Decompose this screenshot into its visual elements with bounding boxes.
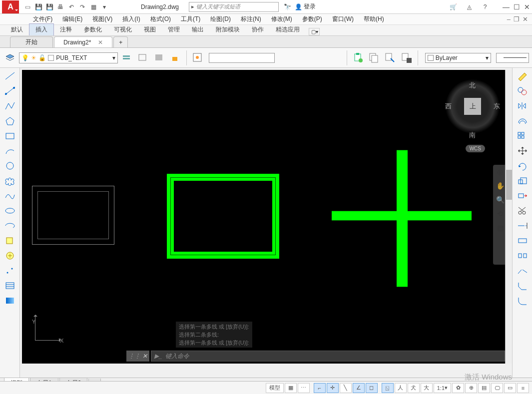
rotate-icon[interactable] — [516, 160, 530, 172]
ribbon-tab-param[interactable]: 参数化 — [78, 24, 108, 35]
view-cube[interactable]: 上 北 南 西 东 — [445, 79, 500, 134]
rectangle-icon[interactable] — [3, 130, 17, 142]
viewcube-north[interactable]: 北 — [469, 81, 476, 90]
gradient-icon[interactable] — [3, 295, 17, 307]
insert-block-icon[interactable] — [3, 235, 17, 247]
sb-qp-icon[interactable]: 大 — [421, 383, 433, 393]
menu-format[interactable]: 格式(O) — [145, 14, 176, 24]
color-dropdown[interactable]: ByLayer▾ — [425, 53, 491, 63]
spline-icon[interactable] — [3, 190, 17, 202]
sb-grid-icon[interactable]: ▦ — [285, 383, 297, 393]
ribbon-tab-featured[interactable]: 精选应用 — [270, 24, 306, 35]
search-input[interactable]: 键入关键字或短语 — [189, 2, 279, 12]
viewcube-west[interactable]: 西 — [445, 102, 452, 111]
login-link[interactable]: 登录 — [304, 2, 316, 11]
stretch-icon[interactable] — [516, 190, 530, 202]
sb-clean-icon[interactable]: ▭ — [504, 383, 516, 393]
sb-scale[interactable]: 1:1▾ — [434, 383, 451, 393]
ribbon-overflow-icon[interactable]: ▢▾ — [309, 28, 320, 35]
undo-icon[interactable]: ↶ — [67, 2, 76, 11]
paste-icon[interactable] — [351, 50, 365, 65]
print-icon[interactable]: 🖶 — [56, 2, 65, 11]
trim-icon[interactable] — [516, 205, 530, 217]
menu-param[interactable]: 参数(P) — [297, 14, 327, 24]
mdi-restore-icon[interactable]: ❐ — [514, 15, 520, 23]
steering-wheel-icon[interactable]: ◎ — [497, 168, 503, 176]
save-icon[interactable]: 💾 — [34, 2, 43, 11]
menu-draw[interactable]: 绘图(D) — [205, 14, 236, 24]
break-icon[interactable] — [516, 235, 530, 247]
sb-model[interactable]: 模型 — [266, 383, 284, 393]
polygon-icon[interactable] — [3, 115, 17, 127]
orbit-icon[interactable]: ⟲ — [497, 210, 503, 218]
sb-osnap-icon[interactable]: ∠ — [353, 383, 365, 393]
copy-modify-icon[interactable] — [516, 85, 530, 97]
sb-custom-icon[interactable]: ≡ — [517, 383, 529, 393]
doc-tab-start[interactable]: 开始 — [10, 36, 53, 47]
arc-icon[interactable] — [3, 145, 17, 157]
sb-monitor-icon[interactable]: 🖵 — [491, 383, 503, 393]
sb-lwt-icon[interactable]: 人 — [395, 383, 407, 393]
ribbon-tab-insert[interactable]: 插入 — [29, 23, 54, 35]
layer-off-icon[interactable] — [152, 50, 166, 65]
command-line[interactable]: ⋮⋮✕ ▶_ 键入命令 — [151, 351, 505, 362]
scale-icon[interactable] — [516, 175, 530, 187]
doc-tab-current[interactable]: Drawing2*✕ — [54, 36, 112, 47]
save-block-icon[interactable] — [400, 50, 414, 65]
ribbon-tab-collab[interactable]: 协作 — [246, 24, 270, 35]
pencil-icon[interactable] — [516, 70, 530, 82]
viewcube-south[interactable]: 南 — [469, 131, 476, 140]
sb-ortho-icon[interactable]: ⌐ — [314, 383, 326, 393]
mirror-icon[interactable] — [516, 100, 530, 112]
cart-icon[interactable]: 🛒 — [449, 2, 458, 11]
point-icon[interactable] — [3, 265, 17, 277]
move-icon[interactable] — [516, 145, 530, 157]
sb-snap-icon[interactable]: ⋯ — [298, 383, 310, 393]
zoom-icon[interactable]: 🔍 — [496, 196, 505, 204]
redo-icon[interactable]: ↷ — [78, 2, 87, 11]
layer-iso-icon[interactable] — [136, 50, 150, 65]
wcs-badge[interactable]: WCS — [466, 145, 485, 152]
sb-otrack-icon[interactable]: ◻ — [366, 383, 378, 393]
hatch-icon[interactable] — [3, 280, 17, 292]
app-logo[interactable]: A — [2, 0, 19, 13]
copy-icon[interactable] — [367, 50, 381, 65]
cmd-handle-icon[interactable]: ⋮⋮✕ — [126, 351, 149, 362]
sb-anno-icon[interactable]: ⊕ — [465, 383, 477, 393]
more-icon[interactable]: ▾ — [100, 2, 109, 11]
lineweight-dropdown[interactable] — [496, 53, 529, 63]
binoculars-icon[interactable]: 🔭 — [283, 2, 292, 11]
sb-polar-icon[interactable]: ✛ — [327, 383, 339, 393]
share-icon[interactable]: ◬ — [465, 2, 474, 11]
menu-insert[interactable]: 插入(I) — [117, 14, 145, 24]
minimize-icon[interactable]: — — [503, 3, 510, 11]
menu-file[interactable]: 文件(F) — [28, 14, 57, 24]
break2-icon[interactable] — [516, 250, 530, 262]
mdi-close-icon[interactable]: ✕ — [523, 15, 528, 23]
revcloud-icon[interactable] — [3, 175, 17, 187]
offset-icon[interactable] — [516, 115, 530, 127]
fillet-icon[interactable] — [516, 295, 530, 307]
viewcube-top[interactable]: 上 — [464, 98, 481, 115]
circle-icon[interactable] — [3, 160, 17, 172]
pan-icon[interactable]: ✋ — [496, 182, 505, 190]
construction-line-icon[interactable] — [3, 85, 17, 97]
ribbon-tab-visual[interactable]: 可视化 — [108, 24, 138, 35]
join-icon[interactable] — [516, 265, 530, 277]
cut-icon[interactable] — [383, 50, 397, 65]
layer-manager-icon[interactable] — [3, 50, 17, 65]
doc-tab-new[interactable]: + — [113, 36, 128, 47]
make-block-icon[interactable] — [3, 250, 17, 262]
vertical-scrollbar[interactable] — [505, 70, 512, 364]
ribbon-tab-manage[interactable]: 管理 — [162, 24, 186, 35]
sb-trans-icon[interactable]: 犬 — [408, 383, 420, 393]
ribbon-tab-addon[interactable]: 附加模块 — [210, 24, 246, 35]
ribbon-tab-annotate[interactable]: 注释 — [54, 24, 78, 35]
ribbon-tab-output[interactable]: 输出 — [186, 24, 210, 35]
mdi-minimize-icon[interactable]: – — [507, 15, 511, 23]
menu-tools[interactable]: 工具(T) — [176, 14, 205, 24]
sb-dyn-icon[interactable]: ⍂ — [382, 383, 394, 393]
doc-tab-close-icon[interactable]: ✕ — [98, 39, 103, 46]
open-icon[interactable]: ▭ — [23, 2, 32, 11]
sb-iso-icon[interactable]: ╲ — [340, 383, 352, 393]
